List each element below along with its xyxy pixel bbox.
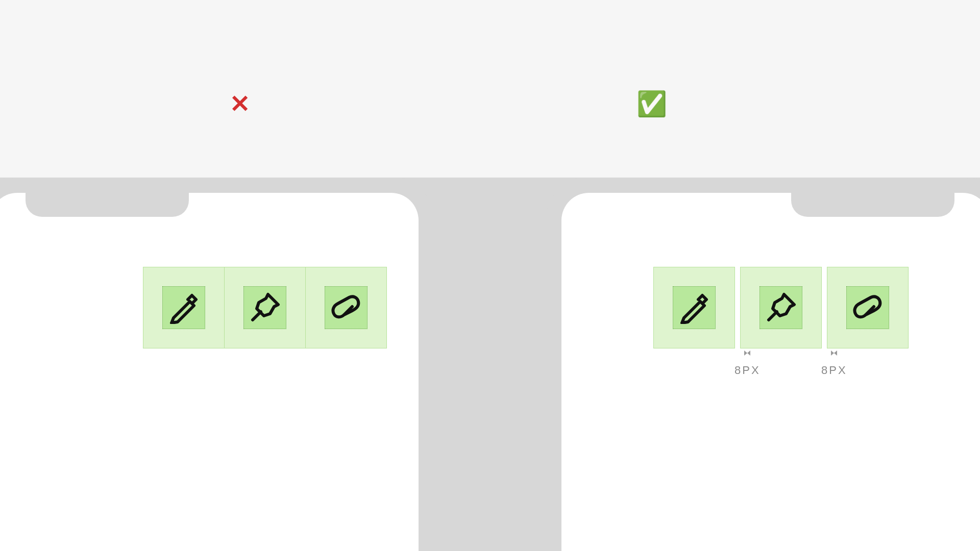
phone-screen: 8PX 8PX [561,193,980,551]
pencil-icon [162,286,205,329]
phone-mock-bad [0,178,434,551]
clip-icon [846,286,889,329]
comparison-stage: 8PX 8PX [0,178,980,551]
pin-icon [243,286,286,329]
clip-icon [325,286,368,329]
phone-mock-good: 8PX 8PX [546,178,980,551]
gap-annotation-2: 8PX [821,350,847,377]
gap-label: 8PX [821,364,847,377]
touch-target-edit[interactable] [653,267,735,348]
gap-label: 8PX [734,364,761,377]
correct-indicator: ✅ [636,92,667,116]
touch-target-edit[interactable] [143,267,225,348]
pencil-icon [673,286,716,329]
gap-bowtie-icon [744,350,750,356]
touch-target-pin[interactable] [740,267,822,348]
incorrect-indicator: ✕ [230,92,250,116]
pin-icon [760,286,802,329]
phone-notch [26,192,189,217]
toolbar-bad [143,267,387,348]
touch-target-attach[interactable] [827,267,909,348]
gap-annotation-1: 8PX [734,350,761,377]
gap-bowtie-icon [831,350,837,356]
touch-target-attach[interactable] [305,267,387,348]
toolbar-good [653,267,909,348]
touch-target-pin[interactable] [224,267,306,348]
phone-notch [791,192,954,217]
phone-screen [0,193,419,551]
